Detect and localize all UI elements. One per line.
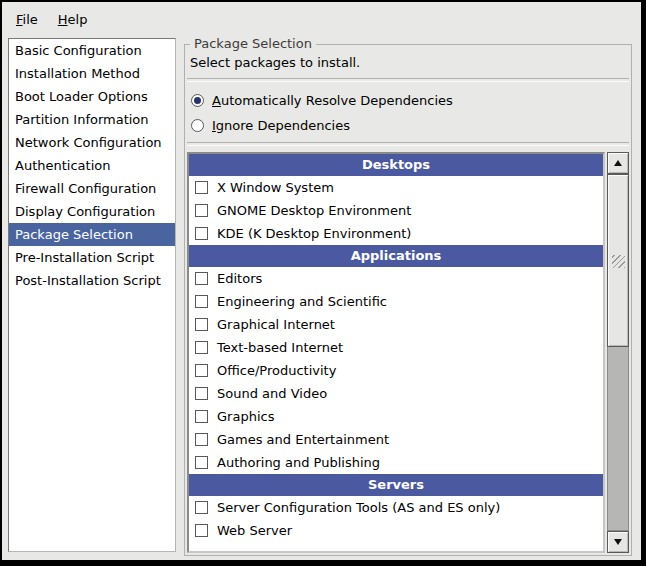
package-label: Editors bbox=[217, 271, 262, 286]
package-row-office-productivity[interactable]: Office/Productivity bbox=[189, 359, 603, 382]
group-header-servers: Servers bbox=[189, 474, 603, 496]
package-label: X Window System bbox=[217, 180, 334, 195]
package-label: Text-based Internet bbox=[217, 340, 343, 355]
sidebar-item-network-configuration[interactable]: Network Configuration bbox=[9, 131, 175, 154]
package-row-web-server[interactable]: Web Server bbox=[189, 519, 603, 542]
package-row-kde-k-desktop-environment-[interactable]: KDE (K Desktop Environment) bbox=[189, 222, 603, 245]
separator bbox=[187, 78, 629, 82]
package-label: Office/Productivity bbox=[217, 363, 336, 378]
checkbox-icon[interactable] bbox=[195, 227, 208, 240]
scroll-up-icon bbox=[614, 160, 622, 166]
sidebar-item-firewall-configuration[interactable]: Firewall Configuration bbox=[9, 177, 175, 200]
radio-label: Automatically Resolve Dependencies bbox=[212, 93, 453, 108]
package-label: Graphical Internet bbox=[217, 317, 335, 332]
package-label: KDE (K Desktop Environment) bbox=[217, 226, 411, 241]
scrollbar-grip-icon bbox=[612, 255, 625, 268]
scroll-up-button[interactable] bbox=[607, 152, 629, 174]
package-row-text-based-internet[interactable]: Text-based Internet bbox=[189, 336, 603, 359]
radio-option-ignore-dependencies[interactable]: Ignore Dependencies bbox=[189, 113, 627, 138]
menu-bar: FileHelp bbox=[2, 2, 641, 36]
package-row-games-and-entertainment[interactable]: Games and Entertainment bbox=[189, 428, 603, 451]
checkbox-icon[interactable] bbox=[195, 433, 208, 446]
radio-button-icon[interactable] bbox=[191, 94, 204, 107]
checkbox-icon[interactable] bbox=[195, 364, 208, 377]
sidebar-item-authentication[interactable]: Authentication bbox=[9, 154, 175, 177]
sidebar-nav: Basic ConfigurationInstallation MethodBo… bbox=[8, 38, 176, 552]
package-label: Authoring and Publishing bbox=[217, 455, 380, 470]
package-row-graphical-internet[interactable]: Graphical Internet bbox=[189, 313, 603, 336]
checkbox-icon[interactable] bbox=[195, 341, 208, 354]
package-scrolled-window: DesktopsX Window SystemGNOME Desktop Env… bbox=[187, 152, 629, 553]
scroll-down-icon bbox=[614, 539, 622, 545]
package-row-authoring-and-publishing[interactable]: Authoring and Publishing bbox=[189, 451, 603, 474]
sidebar-item-boot-loader-options[interactable]: Boot Loader Options bbox=[9, 85, 175, 108]
instruction-text: Select packages to install. bbox=[190, 55, 360, 70]
package-row-sound-and-video[interactable]: Sound and Video bbox=[189, 382, 603, 405]
sidebar-item-post-installation-script[interactable]: Post-Installation Script bbox=[9, 269, 175, 292]
radio-label: Ignore Dependencies bbox=[212, 118, 350, 133]
kickstart-configurator-window: FileHelp Basic ConfigurationInstallation… bbox=[0, 0, 646, 566]
package-label: GNOME Desktop Environment bbox=[217, 203, 411, 218]
package-label: Games and Entertainment bbox=[217, 432, 389, 447]
package-row-editors[interactable]: Editors bbox=[189, 267, 603, 290]
sidebar-item-pre-installation-script[interactable]: Pre-Installation Script bbox=[9, 246, 175, 269]
package-label: Engineering and Scientific bbox=[217, 294, 387, 309]
radio-button-icon[interactable] bbox=[191, 119, 204, 132]
package-label: Web Server bbox=[217, 523, 292, 538]
checkbox-icon[interactable] bbox=[195, 410, 208, 423]
checkbox-icon[interactable] bbox=[195, 181, 208, 194]
checkbox-icon[interactable] bbox=[195, 524, 208, 537]
checkbox-icon[interactable] bbox=[195, 501, 208, 514]
package-row-x-window-system[interactable]: X Window System bbox=[189, 176, 603, 199]
sidebar-item-display-configuration[interactable]: Display Configuration bbox=[9, 200, 175, 223]
menu-item-help[interactable]: Help bbox=[48, 5, 98, 34]
sidebar-item-package-selection[interactable]: Package Selection bbox=[9, 223, 175, 246]
sidebar-item-partition-information[interactable]: Partition Information bbox=[9, 108, 175, 131]
package-row-engineering-and-scientific[interactable]: Engineering and Scientific bbox=[189, 290, 603, 313]
group-header-desktops: Desktops bbox=[189, 154, 603, 176]
scrollbar-thumb[interactable] bbox=[607, 174, 629, 347]
package-row-graphics[interactable]: Graphics bbox=[189, 405, 603, 428]
package-label: Server Configuration Tools (AS and ES on… bbox=[217, 500, 500, 515]
package-label: Sound and Video bbox=[217, 386, 327, 401]
frame-title: Package Selection bbox=[190, 36, 316, 51]
package-list: DesktopsX Window SystemGNOME Desktop Env… bbox=[187, 152, 605, 553]
sidebar-item-basic-configuration[interactable]: Basic Configuration bbox=[9, 39, 175, 62]
separator bbox=[187, 142, 629, 146]
package-label: Graphics bbox=[217, 409, 274, 424]
package-row-server-configuration-tools-as-and-es-only-[interactable]: Server Configuration Tools (AS and ES on… bbox=[189, 496, 603, 519]
scroll-down-button[interactable] bbox=[607, 531, 629, 553]
menu-item-file[interactable]: File bbox=[6, 5, 48, 34]
dependency-radio-group: Automatically Resolve DependenciesIgnore… bbox=[189, 88, 627, 138]
checkbox-icon[interactable] bbox=[195, 387, 208, 400]
checkbox-icon[interactable] bbox=[195, 318, 208, 331]
radio-option-automatically-resolve-dependencies[interactable]: Automatically Resolve Dependencies bbox=[189, 88, 627, 113]
checkbox-icon[interactable] bbox=[195, 204, 208, 217]
package-row-gnome-desktop-environment[interactable]: GNOME Desktop Environment bbox=[189, 199, 603, 222]
vertical-scrollbar[interactable] bbox=[607, 152, 629, 553]
package-selection-frame: Package Selection Select packages to ins… bbox=[184, 44, 632, 556]
group-header-applications: Applications bbox=[189, 245, 603, 267]
sidebar-item-installation-method[interactable]: Installation Method bbox=[9, 62, 175, 85]
checkbox-icon[interactable] bbox=[195, 456, 208, 469]
checkbox-icon[interactable] bbox=[195, 295, 208, 308]
checkbox-icon[interactable] bbox=[195, 272, 208, 285]
